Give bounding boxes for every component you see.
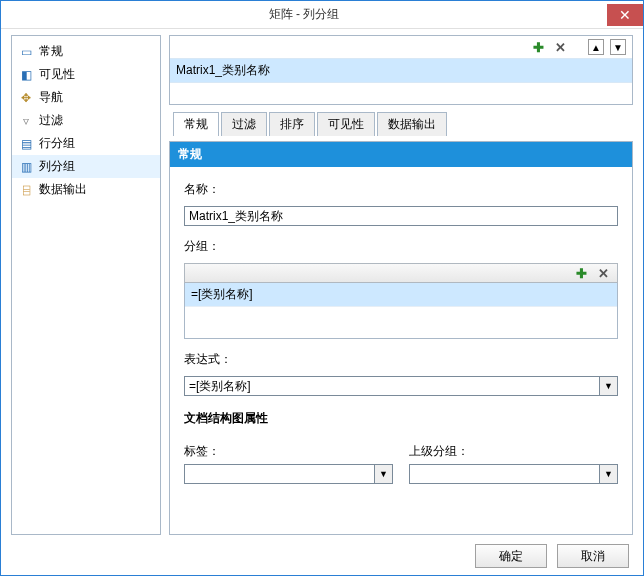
name-label: 名称：: [184, 181, 618, 198]
parent-dropdown-button[interactable]: ▼: [600, 464, 618, 484]
move-down-button[interactable]: ▼: [610, 39, 626, 55]
group-expr-list[interactable]: =[类别名称]: [184, 283, 618, 339]
expression-dropdown-button[interactable]: ▼: [600, 376, 618, 396]
parent-label: 上级分组：: [409, 443, 618, 460]
sidebar-item-label: 过滤: [39, 112, 63, 129]
tab-general[interactable]: 常规: [173, 112, 219, 136]
row-group-icon: ▤: [18, 136, 34, 152]
parent-combo: ▼: [409, 464, 618, 484]
sidebar-item-row-group[interactable]: ▤ 行分组: [12, 132, 160, 155]
name-input[interactable]: [184, 206, 618, 226]
dialog-body: ▭ 常规 ◧ 可见性 ✥ 导航 ▿ 过滤 ▤ 行分组 ▥ 列分组: [1, 29, 643, 537]
tab-data-output[interactable]: 数据输出: [377, 112, 447, 136]
sidebar-item-column-group[interactable]: ▥ 列分组: [12, 155, 160, 178]
sidebar-item-label: 数据输出: [39, 181, 87, 198]
group-list-row[interactable]: Matrix1_类别名称: [170, 58, 632, 83]
group-label: 分组：: [184, 238, 618, 255]
expression-label: 表达式：: [184, 351, 618, 368]
tab-visibility[interactable]: 可见性: [317, 112, 375, 136]
add-expr-button[interactable]: ✚: [573, 265, 589, 281]
group-list-toolbar: ✚ ✕ ▲ ▼: [170, 36, 632, 58]
sidebar-item-data-output[interactable]: ⌸ 数据输出: [12, 178, 160, 201]
main-panel: ✚ ✕ ▲ ▼ Matrix1_类别名称 常规 过滤 排序 可见性 数据输出 常…: [169, 35, 633, 535]
sidebar-item-label: 可见性: [39, 66, 75, 83]
sidebar-item-label: 行分组: [39, 135, 75, 152]
tag-combo: ▼: [184, 464, 393, 484]
sidebar-item-visibility[interactable]: ◧ 可见性: [12, 63, 160, 86]
tag-label: 标签：: [184, 443, 393, 460]
group-expr-row[interactable]: =[类别名称]: [185, 283, 617, 307]
filter-icon: ▿: [18, 113, 34, 129]
sidebar-item-label: 常规: [39, 43, 63, 60]
chevron-down-icon: ▼: [604, 469, 613, 479]
chevron-down-icon: ▼: [379, 469, 388, 479]
group-list[interactable]: Matrix1_类别名称: [170, 58, 632, 104]
general-icon: ▭: [18, 44, 34, 60]
delete-group-button[interactable]: ✕: [552, 39, 568, 55]
delete-expr-button[interactable]: ✕: [595, 265, 611, 281]
expression-input[interactable]: [184, 376, 600, 396]
sidebar-item-label: 导航: [39, 89, 63, 106]
navigation-icon: ✥: [18, 90, 34, 106]
doc-props-row: 标签： ▼ 上级分组： ▼: [184, 439, 618, 484]
titlebar: 矩阵 - 列分组 ✕: [1, 1, 643, 29]
sidebar-item-filter[interactable]: ▿ 过滤: [12, 109, 160, 132]
dialog-window: 矩阵 - 列分组 ✕ ▭ 常规 ◧ 可见性 ✥ 导航 ▿ 过滤 ▤: [0, 0, 644, 576]
tab-panel-general: 常规 名称： 分组： ✚ ✕ =[类别名称] 表达式：: [169, 141, 633, 535]
move-up-button[interactable]: ▲: [588, 39, 604, 55]
cancel-button[interactable]: 取消: [557, 544, 629, 568]
sidebar-item-navigation[interactable]: ✥ 导航: [12, 86, 160, 109]
panel-header: 常规: [170, 142, 632, 167]
sidebar-item-label: 列分组: [39, 158, 75, 175]
tabstrip: 常规 过滤 排序 可见性 数据输出: [169, 111, 633, 135]
tab-filter[interactable]: 过滤: [221, 112, 267, 136]
tag-dropdown-button[interactable]: ▼: [375, 464, 393, 484]
doc-props-title: 文档结构图属性: [184, 410, 618, 427]
sidebar: ▭ 常规 ◧ 可见性 ✥ 导航 ▿ 过滤 ▤ 行分组 ▥ 列分组: [11, 35, 161, 535]
data-output-icon: ⌸: [18, 182, 34, 198]
close-button[interactable]: ✕: [607, 4, 643, 26]
sidebar-item-general[interactable]: ▭ 常规: [12, 40, 160, 63]
dialog-footer: 确定 取消: [1, 537, 643, 575]
close-icon: ✕: [619, 7, 631, 23]
tab-sort[interactable]: 排序: [269, 112, 315, 136]
parent-input[interactable]: [409, 464, 600, 484]
chevron-down-icon: ▼: [604, 381, 613, 391]
column-group-icon: ▥: [18, 159, 34, 175]
ok-button[interactable]: 确定: [475, 544, 547, 568]
visibility-icon: ◧: [18, 67, 34, 83]
group-list-box: ✚ ✕ ▲ ▼ Matrix1_类别名称: [169, 35, 633, 105]
tag-input[interactable]: [184, 464, 375, 484]
panel-body: 名称： 分组： ✚ ✕ =[类别名称] 表达式：: [170, 167, 632, 494]
add-group-button[interactable]: ✚: [530, 39, 546, 55]
expression-combo: ▼: [184, 376, 618, 396]
group-expr-toolbar: ✚ ✕: [184, 263, 618, 283]
window-title: 矩阵 - 列分组: [1, 6, 607, 23]
